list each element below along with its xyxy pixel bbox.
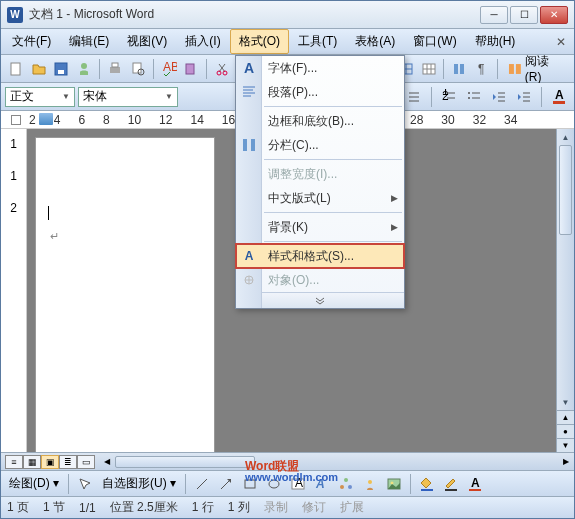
oval-button[interactable] [263,473,285,495]
draw-menu[interactable]: 绘图(D) ▾ [5,473,63,494]
menu-paragraph-item[interactable]: 段落(P)... [236,80,404,104]
statusbar: 1 页 1 节 1/1 位置 2.5厘米 1 行 1 列 录制 修订 扩展 [1,496,574,518]
status-ext[interactable]: 扩展 [340,499,364,516]
scroll-up-button[interactable]: ▲ [557,129,574,145]
clipart-button[interactable] [359,473,381,495]
print-button[interactable] [104,58,126,80]
line-button[interactable] [191,473,213,495]
svg-text:¶: ¶ [478,62,484,76]
menu-table[interactable]: 表格(A) [346,29,404,54]
bullets-button[interactable] [463,86,485,108]
svg-rect-4 [110,67,120,73]
scroll-thumb[interactable] [559,145,572,235]
arrow-button[interactable] [215,473,237,495]
svg-point-59 [344,478,348,482]
minimize-button[interactable]: ─ [480,6,508,24]
research-button[interactable] [181,58,203,80]
status-page: 1 页 [7,499,29,516]
status-column: 1 列 [228,499,250,516]
menu-file[interactable]: 文件(F) [3,29,60,54]
linecolor-button[interactable] [440,473,462,495]
diagram-button[interactable] [335,473,357,495]
reading-view-button[interactable]: ▭ [77,455,95,469]
menu-window[interactable]: 窗口(W) [404,29,465,54]
font-icon: A [241,60,257,76]
prev-page-button[interactable]: ▲ [557,410,574,424]
web-view-button[interactable]: ▦ [23,455,41,469]
showhide-button[interactable]: ¶ [471,58,493,80]
hscroll-track[interactable] [115,455,558,469]
menu-columns-item[interactable]: 分栏(C)... [236,133,404,157]
preview-button[interactable] [127,58,149,80]
spellcheck-button[interactable]: ABC [158,58,180,80]
menu-format[interactable]: 格式(O) [230,29,289,54]
autoshapes-menu[interactable]: 自选图形(U) ▾ [98,473,180,494]
fontcolor-button[interactable]: A [548,86,570,108]
insert-table-button[interactable] [418,58,440,80]
svg-rect-27 [509,64,514,74]
fillcolor-button[interactable] [416,473,438,495]
hscroll-thumb[interactable] [115,456,255,468]
maximize-button[interactable]: ☐ [510,6,538,24]
save-button[interactable] [51,58,73,80]
status-rev[interactable]: 修订 [302,499,326,516]
style-combo[interactable]: 正文▼ [5,87,75,107]
vertical-scrollbar[interactable]: ▲ ▼ ▲ ● ▼ [556,129,574,452]
svg-rect-5 [112,63,118,67]
decrease-indent-button[interactable] [488,86,510,108]
menu-edit[interactable]: 编辑(E) [60,29,118,54]
menu-help[interactable]: 帮助(H) [466,29,525,54]
submenu-arrow-icon: ▶ [391,222,398,232]
scroll-right-button[interactable]: ▶ [558,457,574,466]
document-page[interactable]: ↵ [35,137,215,452]
menu-view[interactable]: 视图(V) [118,29,176,54]
rectangle-button[interactable] [239,473,261,495]
svg-line-53 [221,481,229,489]
close-button[interactable]: ✕ [540,6,568,24]
open-button[interactable] [28,58,50,80]
new-button[interactable] [5,58,27,80]
picture-button[interactable] [383,473,405,495]
menu-borders-item[interactable]: 边框和底纹(B)... [236,109,404,133]
svg-point-55 [269,480,279,488]
wordart-button[interactable]: A [311,473,333,495]
font-combo[interactable]: 宋体▼ [78,87,178,107]
outline-view-button[interactable]: ≣ [59,455,77,469]
tab-selector[interactable] [11,115,21,125]
columns-button[interactable] [448,58,470,80]
menu-font-item[interactable]: A 字体(F)... [236,56,404,80]
textbox-button[interactable]: A [287,473,309,495]
browse-object-button[interactable]: ● [557,424,574,438]
menubar: 文件(F) 编辑(E) 视图(V) 插入(I) 格式(O) 工具(T) 表格(A… [1,29,574,55]
numbering-button[interactable]: 12 [438,86,460,108]
svg-text:A: A [471,476,480,490]
increase-indent-button[interactable] [513,86,535,108]
text-cursor [48,206,49,220]
svg-rect-74 [251,139,255,151]
permission-button[interactable] [73,58,95,80]
paragraph-mark-icon: ↵ [50,230,59,243]
print-view-button[interactable]: ▣ [41,455,59,469]
align-distribute-button[interactable] [403,86,425,108]
styles-icon: A [241,248,257,264]
menu-tools[interactable]: 工具(T) [289,29,346,54]
scroll-down-button[interactable]: ▼ [557,394,574,410]
scroll-left-button[interactable]: ◀ [99,457,115,466]
docclose-button[interactable]: ✕ [550,33,572,51]
select-objects-button[interactable] [74,473,96,495]
scroll-track[interactable] [557,145,574,394]
indent-marker[interactable] [39,113,53,125]
status-line: 1 行 [192,499,214,516]
normal-view-button[interactable]: ≡ [5,455,23,469]
read-button[interactable]: 阅读(R) [502,58,570,80]
menu-asian-item[interactable]: 中文版式(L) ▶ [236,186,404,210]
fontcolor2-button[interactable]: A [464,473,486,495]
menu-background-item[interactable]: 背景(K) ▶ [236,215,404,239]
next-page-button[interactable]: ▼ [557,438,574,452]
vertical-ruler[interactable]: 1 1 2 [1,129,27,452]
menu-styles-item[interactable]: A 样式和格式(S)... [236,244,404,268]
status-rec[interactable]: 录制 [264,499,288,516]
menu-insert[interactable]: 插入(I) [176,29,229,54]
svg-rect-54 [245,480,255,488]
cut-button[interactable] [211,58,233,80]
